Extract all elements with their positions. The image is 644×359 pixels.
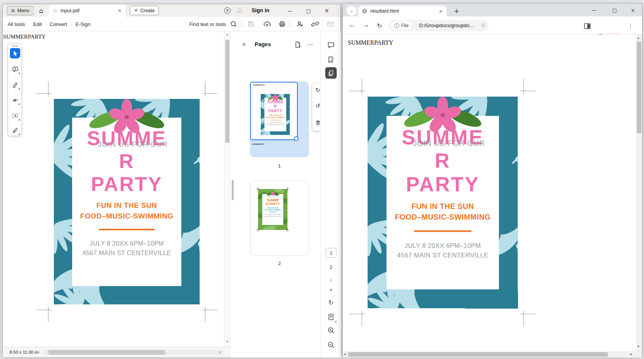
horizontal-scrollbar[interactable]: ◂ ▸ [343, 351, 636, 357]
actual-size-icon [327, 313, 335, 321]
zoom-out-button[interactable] [326, 340, 336, 349]
bell-icon [236, 7, 243, 14]
current-page-box[interactable]: 1 [326, 248, 336, 258]
menu-button[interactable]: ≡ Menu [7, 6, 34, 15]
share-upload-button[interactable] [263, 20, 271, 28]
print-button[interactable] [278, 20, 286, 28]
browser-window: ⌄ resultant.html × + — □ × ← → ↻ i File … [342, 3, 642, 357]
maximize-button[interactable]: □ [303, 7, 314, 15]
minimize-button[interactable]: — [588, 6, 600, 14]
rotate-page-button[interactable]: ↻ [321, 300, 341, 306]
person-plus-icon [296, 20, 304, 28]
maximize-button[interactable]: □ [608, 6, 621, 14]
browser-tab[interactable]: resultant.html × [358, 6, 447, 16]
scroll-up-arrow[interactable]: ∧ [224, 33, 230, 37]
browser-menu-button[interactable]: ⋮ [626, 21, 635, 31]
fill-sign-tool-button[interactable] [10, 125, 20, 135]
crop-resize-handle[interactable] [294, 136, 299, 141]
crop-mark [256, 187, 260, 191]
menu-esign[interactable]: E-Sign [76, 17, 90, 31]
search-button[interactable] [230, 20, 237, 28]
new-tab-button[interactable]: + [452, 6, 461, 16]
document-pane[interactable]: SUMMERPARTY A [3, 31, 224, 347]
quick-tools-panel: A [8, 44, 22, 136]
document-vertical-scrollbar[interactable]: ∧ ∨ [224, 31, 230, 347]
scroll-down-arrow[interactable]: ∨ [224, 340, 230, 343]
scroll-left-arrow[interactable]: ‹ [38, 349, 40, 354]
scroll-up-arrow[interactable]: ▴ [638, 36, 639, 40]
scroll-right-arrow[interactable]: ▸ [630, 353, 632, 356]
scrollbar-thumb[interactable] [348, 352, 608, 357]
link-button[interactable] [311, 20, 319, 28]
bookmarks-panel-button[interactable] [326, 55, 336, 64]
home-button[interactable]: ⌂ [37, 6, 46, 15]
minimize-button[interactable]: — [284, 7, 296, 15]
tab-search-button[interactable]: ⌄ [347, 6, 357, 16]
reload-button[interactable]: ↻ [375, 21, 384, 31]
page-header-text: SUMMERPARTY [3, 34, 46, 40]
address-bar[interactable]: i File D:/Groupdocs/groupdo... ☆ [389, 20, 489, 31]
plus-icon: + [454, 8, 459, 15]
insert-page-button[interactable] [294, 40, 302, 49]
scrollbar-thumb[interactable] [637, 42, 641, 133]
scrollbar-thumb[interactable] [225, 40, 229, 143]
scroll-right-arrow[interactable]: › [219, 349, 221, 354]
zoom-in-button[interactable] [326, 326, 336, 335]
create-button[interactable]: + Create [130, 6, 159, 15]
menu-convert[interactable]: Convert [50, 17, 67, 31]
side-panel-button[interactable] [583, 21, 592, 31]
email-button [326, 20, 334, 28]
help-button[interactable]: ? [224, 7, 231, 14]
menu-all-tools[interactable]: All tools [8, 17, 25, 31]
notifications-button[interactable] [236, 7, 243, 15]
mini-subtitle1: FUN IN THE SUN [262, 207, 283, 209]
sign-in-button[interactable]: Sign in [252, 7, 270, 13]
scroll-down-arrow[interactable]: ▾ [638, 345, 639, 348]
drag-handle[interactable] [11, 45, 18, 47]
vertical-scrollbar[interactable]: ▴ ▾ [636, 35, 642, 351]
bookmark-star-icon[interactable]: ☆ [481, 23, 486, 28]
previous-page-button[interactable]: ∧ [321, 278, 341, 282]
close-button[interactable]: × [627, 6, 639, 14]
more-options-icon[interactable]: ⋯ [306, 40, 314, 49]
close-button[interactable]: × [321, 7, 332, 15]
fountain-pen-icon [12, 127, 19, 134]
scroll-left-arrow[interactable]: ◂ [344, 353, 346, 356]
page-1-thumbnail[interactable]: SUMMERPARTY JOIN US FOR OUR SUMMERPARTY … [250, 82, 309, 157]
next-page-button[interactable]: ∨ [321, 288, 341, 292]
draw-tool-button[interactable] [10, 95, 20, 105]
tab-close-icon[interactable]: × [439, 9, 443, 14]
crop-mark [202, 93, 217, 94]
document-tab[interactable]: ☆ input.pdf × [49, 4, 126, 17]
star-icon[interactable]: ☆ [53, 8, 58, 13]
address-url[interactable]: D:/Groupdocs/groupdo... [419, 23, 480, 28]
crop-selection-box[interactable]: SUMMERPARTY JOIN US FOR OUR SUMMERPARTY … [250, 82, 298, 140]
pages-panel-scrollbar-thumb[interactable] [232, 180, 234, 200]
text-box-icon: A [12, 112, 19, 119]
chevron-down-icon: ∨ [329, 287, 332, 292]
pages-panel-button[interactable] [325, 67, 337, 79]
request-signature-button[interactable] [296, 20, 303, 28]
select-tool-button[interactable] [10, 48, 20, 58]
page-2-mini-art: JOIN US FOR OUR SUMME R PARTY FUN IN THE… [258, 189, 287, 230]
comments-panel-button[interactable] [326, 40, 336, 50]
tab-close-icon[interactable]: × [118, 8, 122, 13]
flyer-subtitle1: FUN IN THE SUN [386, 202, 499, 211]
flyer-join-text: JOIN US FOR OUR [266, 102, 287, 104]
horizontal-scrollbar-thumb[interactable] [48, 350, 165, 355]
add-text-tool-button[interactable]: A [10, 110, 20, 121]
page-plus-icon [294, 41, 302, 49]
page-2-thumbnail[interactable]: JOIN US FOR OUR SUMME R PARTY FUN IN THE… [250, 181, 309, 256]
add-comment-tool-button[interactable] [10, 64, 20, 74]
fit-page-button[interactable] [326, 312, 336, 322]
flyer-date: JULY 8 20XX 6PM–10PM [265, 122, 286, 124]
info-icon[interactable]: i [394, 23, 399, 28]
highlight-tool-button[interactable] [10, 79, 20, 90]
highlighter-icon [12, 81, 19, 88]
menu-edit[interactable]: Edit [33, 17, 42, 31]
file-scheme-chip[interactable]: i File [391, 21, 412, 30]
flyer-artwork-mini: JOIN US FOR OUR SUMMERPARTY FUN IN THE S… [261, 94, 290, 135]
crop-mark [523, 310, 524, 326]
rendered-html-page[interactable]: SUMMERPARTY JOIN US FOR OUR SUMME R PART… [343, 35, 636, 351]
panel-close-icon[interactable]: × [240, 40, 248, 48]
